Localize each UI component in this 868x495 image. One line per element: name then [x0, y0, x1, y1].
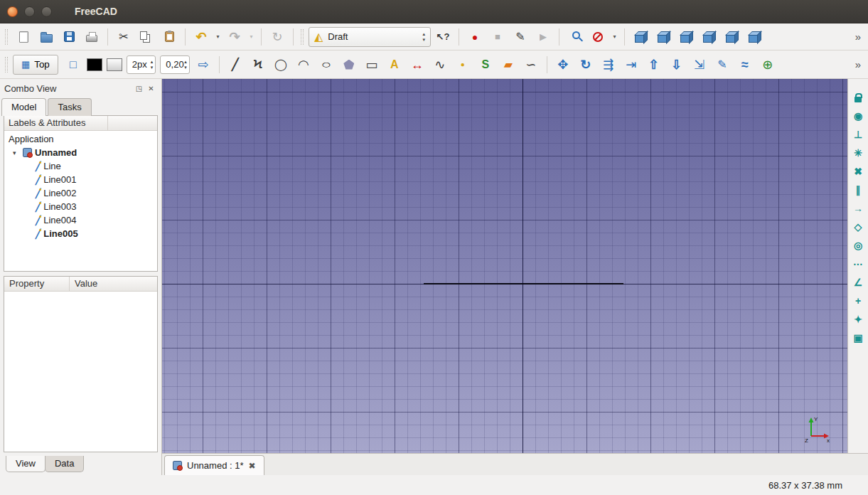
face-color-swatch[interactable]: [107, 58, 122, 71]
view-rear-button[interactable]: [721, 27, 742, 47]
macro-stop-button[interactable]: ■: [487, 27, 508, 47]
minimize-window-button[interactable]: [24, 6, 35, 17]
maximize-window-button[interactable]: [41, 6, 52, 17]
draft-facebinder-button[interactable]: ▰: [498, 55, 519, 75]
snap-extension-button[interactable]: →: [850, 200, 867, 217]
tab-tasks[interactable]: Tasks: [48, 98, 91, 116]
snap-center-button[interactable]: ◎: [850, 237, 867, 254]
draft-arc-button[interactable]: ◠: [293, 55, 314, 75]
draft-trimex-button[interactable]: ⇥: [621, 55, 642, 75]
view-right-button[interactable]: [698, 27, 719, 47]
toolbar-drag-handle[interactable]: [5, 57, 8, 73]
box-zoom-button[interactable]: [564, 27, 586, 47]
line-width-spin-arrows[interactable]: ▴ ▾: [151, 59, 154, 70]
draft-rotate-button[interactable]: ↻: [575, 55, 596, 75]
property-column-header[interactable]: Property: [4, 277, 70, 291]
tree-item-line004[interactable]: ╱ Line004: [4, 213, 157, 227]
draft-edit-button[interactable]: ✎: [712, 55, 733, 75]
clipping-plane-button[interactable]: [587, 27, 609, 47]
working-plane-button[interactable]: ▦ Top: [13, 55, 58, 75]
draft-bezier-button[interactable]: ∽: [520, 55, 542, 75]
snap-dimensions-button[interactable]: ⋯: [850, 255, 867, 272]
draft-polygon-button[interactable]: [338, 55, 360, 75]
snap-near-button[interactable]: ◇: [850, 218, 867, 235]
copy-button[interactable]: [136, 27, 157, 47]
macro-edit-button[interactable]: ✎: [510, 27, 531, 47]
toolbar-overflow-button[interactable]: »: [851, 31, 865, 43]
redo-dropdown-button[interactable]: ▾: [247, 27, 256, 47]
undo-dropdown-button[interactable]: ▾: [213, 27, 223, 47]
toolbar-drag-handle[interactable]: [301, 29, 304, 45]
close-window-button[interactable]: [7, 6, 18, 17]
snap-ortho-button[interactable]: +: [850, 292, 867, 309]
draft-add-point-button[interactable]: ⊕: [757, 55, 778, 75]
draft-wire-to-bspline-button[interactable]: ≈: [734, 55, 756, 75]
redo-button[interactable]: ↷: [224, 27, 245, 47]
draft-bspline-button[interactable]: ∿: [429, 55, 451, 75]
draft-shapestring-button[interactable]: S: [475, 55, 496, 75]
open-document-button[interactable]: [36, 27, 57, 47]
tab-model[interactable]: Model: [1, 98, 46, 116]
view-front-button[interactable]: [653, 27, 674, 47]
draft-ellipse-button[interactable]: ○: [316, 55, 337, 75]
float-panel-button[interactable]: ◳: [133, 82, 145, 94]
cut-button[interactable]: ✂: [113, 27, 134, 47]
draft-line-button[interactable]: ╱: [225, 55, 246, 75]
refresh-button[interactable]: ↻: [267, 27, 288, 47]
construction-mode-toggle[interactable]: □: [63, 55, 84, 75]
line-color-swatch[interactable]: [87, 58, 102, 71]
snap-endpoint-button[interactable]: ◉: [850, 107, 867, 124]
close-tab-icon[interactable]: ✖: [249, 461, 256, 471]
snap-working-plane-button[interactable]: ▣: [850, 329, 867, 346]
tree-item-line003[interactable]: ╱ Line003: [4, 200, 157, 213]
3d-viewport[interactable]: Y x Z: [162, 79, 847, 453]
macro-play-button[interactable]: ▶: [532, 27, 554, 47]
tree-item-application[interactable]: Application: [4, 132, 157, 146]
snap-parallel-button[interactable]: ∥: [850, 181, 867, 198]
view-left-button[interactable]: [744, 27, 765, 47]
snap-perpendicular-button[interactable]: ⊥: [850, 126, 867, 143]
document-tab[interactable]: Unnamed : 1* ✖: [164, 455, 264, 475]
line-width-spinbox[interactable]: 2px ▴ ▾: [127, 55, 156, 74]
text-scale-spinbox[interactable]: 0,20 ▴ ▾: [160, 55, 190, 74]
snap-lock-button[interactable]: [850, 89, 867, 106]
value-column-header[interactable]: Value: [70, 277, 102, 291]
apply-style-button[interactable]: ⇨: [193, 55, 214, 75]
draft-scale-button[interactable]: ⇲: [689, 55, 710, 75]
expander-icon[interactable]: ▾: [13, 149, 20, 156]
draft-circle-button[interactable]: ◯: [270, 55, 291, 75]
clipping-dropdown-button[interactable]: ▾: [610, 27, 619, 47]
draft-upgrade-button[interactable]: ⇧: [643, 55, 665, 75]
save-document-button[interactable]: [58, 27, 80, 47]
tree-item-line001[interactable]: ╱ Line001: [4, 173, 157, 186]
snap-intersection-button[interactable]: ✖: [850, 163, 867, 180]
tree-item-line002[interactable]: ╱ Line002: [4, 186, 157, 200]
draft-text-button[interactable]: A: [384, 55, 405, 75]
draft-point-button[interactable]: ●: [452, 55, 473, 75]
paste-button[interactable]: [159, 27, 180, 47]
tree-item-line[interactable]: ╱ Line: [4, 159, 157, 173]
toolbar-drag-handle[interactable]: [5, 29, 8, 45]
whats-this-button[interactable]: ↖?: [432, 27, 454, 47]
undo-button[interactable]: ↶: [191, 27, 212, 47]
draft-dimension-button[interactable]: ↔: [407, 55, 428, 75]
print-button[interactable]: [81, 27, 102, 47]
close-panel-button[interactable]: ✕: [145, 82, 157, 94]
text-scale-spin-arrows[interactable]: ▴ ▾: [184, 59, 187, 70]
tab-view[interactable]: View: [6, 456, 45, 472]
workbench-selector[interactable]: ◭ Draft ▴ ▾: [309, 27, 431, 47]
toolbar-overflow-button[interactable]: »: [851, 58, 865, 70]
draft-wire-button[interactable]: Ϟ: [247, 55, 269, 75]
draft-downgrade-button[interactable]: ⇩: [666, 55, 687, 75]
snap-grid-button[interactable]: ✳: [850, 144, 867, 161]
snap-special-button[interactable]: ✦: [850, 311, 867, 328]
view-top-button[interactable]: [675, 27, 697, 47]
macro-record-button[interactable]: ●: [464, 27, 486, 47]
tab-data[interactable]: Data: [45, 456, 84, 472]
draft-offset-button[interactable]: ⇶: [598, 55, 619, 75]
new-document-button[interactable]: [13, 27, 34, 47]
tree-item-document[interactable]: ▾ Unnamed: [4, 146, 157, 159]
snap-angle-button[interactable]: ∠: [850, 274, 867, 291]
draft-rectangle-button[interactable]: ▭: [361, 55, 382, 75]
draft-move-button[interactable]: ✥: [552, 55, 574, 75]
